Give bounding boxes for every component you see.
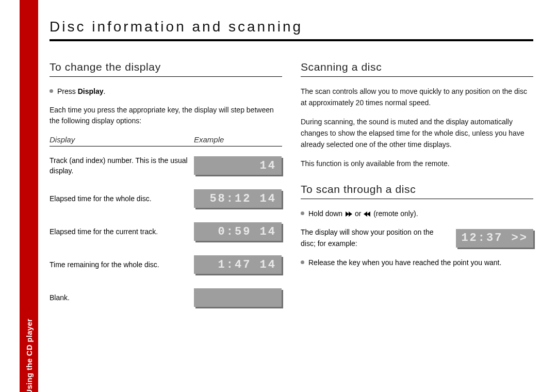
scan-example-text: The display will show your position on t… [301,227,446,249]
bullet-icon [301,211,304,215]
bullet-icon [301,260,304,264]
heading-scan-through: To scan through a disc [301,183,533,199]
release-text: Release the key when you have reached th… [308,257,501,269]
lcd-display: 0:59 14 [194,222,282,241]
table-row: Elapsed time for the whole disc. 58:12 1… [50,185,282,213]
bullet-icon [50,89,53,93]
row-desc: Track (and index) number. This is the us… [50,155,194,176]
bullet-hold-down: Hold down or (remote only). [301,208,533,220]
row-desc: Elapsed time for the current track. [50,226,194,237]
lcd-display [194,288,282,307]
intro-paragraph: Each time you press the appropriate key,… [50,105,282,127]
rewind-icon [364,211,370,217]
lcd-display: 12:37 >> [456,229,533,248]
bullet-release: Release the key when you have reached th… [301,257,533,269]
hold-pre: Hold down [308,209,345,218]
text-press: Press [57,87,78,95]
heading-change-display: To change the display [50,61,282,77]
fast-forward-icon [346,211,352,217]
chapter-title: Disc information and scanning [50,19,533,38]
lcd-display: 1:47 14 [194,255,282,274]
scan-p1: The scan controls allow you to move quic… [301,86,533,108]
lcd-display: 14 [194,156,282,175]
text-display-bold: Display [78,87,104,95]
table-row: Track (and index) number. This is the us… [50,152,282,179]
left-column: To change the display Press Display. Eac… [50,61,282,317]
th-display: Display [50,135,194,144]
scan-p3: This function is only available from the… [301,158,533,170]
chapter-rule [50,39,533,41]
table-row: Elapsed time for the current track. 0:59… [50,218,282,246]
lcd-display: 58:12 14 [194,189,282,208]
table-row: Time remaining for the whole disc. 1:47 … [50,251,282,279]
heading-scanning: Scanning a disc [301,61,533,77]
text-period: . [104,87,106,95]
hold-post: (remote only). [371,209,418,218]
scan-p2: During scanning, the sound is muted and … [301,117,533,150]
table-row: Blank. [50,284,282,312]
th-example: Example [194,135,282,144]
row-desc: Blank. [50,292,194,303]
bullet-press-display: Press Display. [50,86,282,97]
scan-example-row: The display will show your position on t… [301,227,533,249]
table-header: Display Example [50,135,282,146]
side-label-wrap: 14 Using the CD player [20,0,38,392]
hold-mid: or [353,209,363,218]
right-column: Scanning a disc The scan controls allow … [301,61,533,317]
side-label: Using the CD player [25,319,34,393]
row-desc: Time remaining for the whole disc. [50,259,194,270]
row-desc: Elapsed time for the whole disc. [50,193,194,204]
